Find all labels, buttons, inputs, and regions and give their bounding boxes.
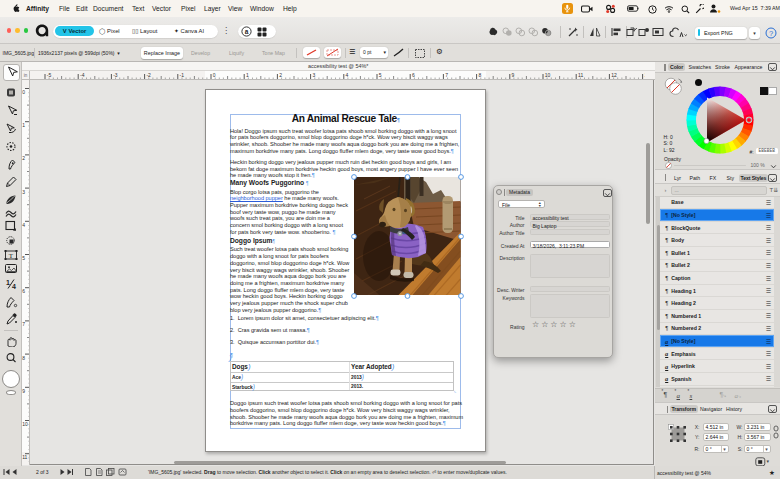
svg-text:5: 5 — [379, 72, 382, 78]
svg-text:10: 10 — [22, 421, 28, 427]
svg-text:4: 4 — [346, 72, 349, 78]
svg-text:9: 9 — [512, 72, 515, 78]
svg-text:11: 11 — [22, 454, 27, 460]
svg-text:3: 3 — [312, 72, 315, 78]
svg-text:8: 8 — [22, 355, 25, 361]
svg-text:0: 0 — [213, 72, 216, 78]
svg-text:1: 1 — [6, 279, 10, 286]
svg-text:7: 7 — [445, 72, 448, 78]
svg-text:6: 6 — [412, 72, 415, 78]
svg-text:?: ? — [769, 28, 773, 37]
svg-text:9: 9 — [22, 388, 25, 394]
svg-text:12: 12 — [611, 72, 617, 78]
svg-text:10: 10 — [545, 72, 551, 78]
svg-text:-1: -1 — [180, 72, 185, 78]
svg-text:4: 4 — [22, 222, 25, 228]
svg-text:8: 8 — [478, 72, 481, 78]
svg-text:7: 7 — [22, 321, 25, 327]
svg-text:5: 5 — [22, 255, 25, 261]
svg-text:6: 6 — [22, 288, 25, 294]
svg-text:a: a — [245, 28, 249, 35]
svg-text:1: 1 — [246, 72, 249, 78]
svg-text:1: 1 — [22, 122, 25, 128]
svg-text:13: 13 — [644, 72, 645, 78]
svg-text:-3: -3 — [113, 72, 118, 78]
svg-text:3: 3 — [22, 189, 25, 195]
svg-text:2: 2 — [279, 72, 282, 78]
svg-text:-4: -4 — [80, 72, 85, 78]
svg-text:0: 0 — [22, 89, 25, 95]
svg-text:T: T — [9, 251, 14, 259]
svg-text:-2: -2 — [146, 72, 151, 78]
svg-text:4: 4 — [12, 283, 16, 290]
svg-text:2: 2 — [22, 155, 25, 161]
svg-text:-5: -5 — [47, 72, 52, 78]
svg-text:11: 11 — [578, 72, 583, 78]
